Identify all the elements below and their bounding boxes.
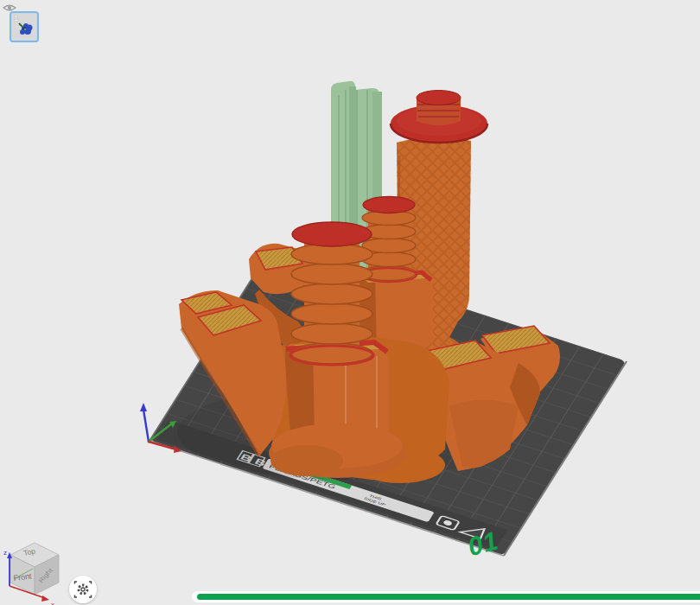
- screw-front-cap: [292, 222, 372, 246]
- viewport-3d[interactable]: BB PLA/ABS/PETG THIS SIDE UP Plate: [0, 0, 700, 605]
- view-settings-button[interactable]: [69, 576, 97, 603]
- screw-rear-cap: [363, 197, 415, 213]
- nav-cube-x-label: x: [51, 601, 54, 605]
- nav-cube-z-label: z: [3, 549, 7, 557]
- gear-icon: [69, 576, 97, 603]
- plate-thumbnail-model-icon: [14, 18, 36, 39]
- progress-bar-track[interactable]: [192, 591, 700, 602]
- z-axis-arrow: [140, 403, 147, 411]
- app-canvas: BB PLA/ABS/PETG THIS SIDE UP Plate: [0, 0, 700, 605]
- plate-thumbnail-card[interactable]: 1: [10, 11, 39, 42]
- progress-bar-fill[interactable]: [197, 594, 700, 600]
